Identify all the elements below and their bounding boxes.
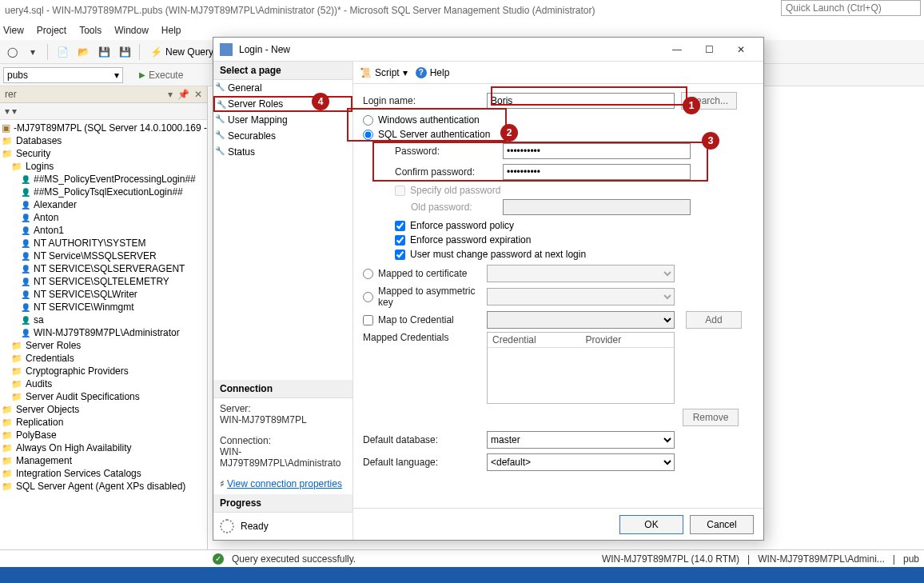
nav-back-icon[interactable]: ◯ [3,43,21,61]
object-explorer-toolbar[interactable]: ▾ ▾ [0,103,207,120]
new-file-icon[interactable]: 📄 [54,43,71,61]
menu-help[interactable]: Help [161,25,181,36]
map-credential-label: Map to Credential [378,314,482,325]
tree-login-item[interactable]: Alexander [0,198,207,211]
tree-folder[interactable]: PolyBase [0,429,207,441]
menu-view[interactable]: View [3,25,24,36]
dropdown-icon[interactable]: ▾ [168,89,173,100]
save-all-icon[interactable]: 💾 [116,43,133,61]
nav-securables[interactable]: Securables [213,128,352,144]
nav-server-roles[interactable]: Server Roles [213,96,352,112]
save-icon[interactable]: 💾 [95,43,113,61]
execute-label: Execute [149,70,183,81]
tree-login-item[interactable]: NT AUTHORITY\SYSTEM [0,237,207,250]
old-password-label: Old password: [363,202,503,213]
tree-login-item[interactable]: NT SERVICE\SQLSERVERAGENT [0,262,207,275]
tree-login-item[interactable]: sa [0,313,207,326]
new-query-button[interactable]: ⚡ New Query [145,45,218,59]
tree-folder[interactable]: Integration Services Catalogs [0,467,207,480]
login-name-label: Login name: [363,95,487,106]
highlight-login-name [491,86,687,106]
tree-login-item[interactable]: ##MS_PolicyTsqlExecutionLogin## [0,186,207,198]
connection-header: Connection [213,380,352,398]
dialog-title: Login - New [239,44,290,55]
dialog-titlebar: Login - New — ☐ ✕ [213,38,763,62]
nav-status[interactable]: Status [213,144,352,160]
tree-folder[interactable]: Server Roles [0,339,207,352]
must-change-label: User must change password at next login [410,249,586,260]
specify-old-password-checkbox [395,186,405,196]
menu-project[interactable]: Project [37,25,66,36]
remove-button[interactable]: Remove [683,409,739,426]
add-button[interactable]: Add [686,311,742,329]
map-credential-checkbox[interactable] [363,315,373,325]
enforce-policy-checkbox[interactable] [395,221,405,231]
map-certificate-label: Mapped to certificate [378,268,482,279]
tree-folder[interactable]: Cryptographic Providers [0,365,207,377]
pin-icon[interactable]: 📌 [177,89,189,100]
tree-folder[interactable]: Server Objects [0,403,207,416]
dialog-icon [220,43,233,56]
execute-button[interactable]: ▶ Execute [133,68,189,82]
tree-folder[interactable]: Credentials [0,352,207,365]
tree-security[interactable]: Security [0,147,207,160]
dialog-toolbar: 📜 Script ▾ ? Help [353,62,763,84]
database-combo-value: pubs [7,70,28,81]
tree-databases[interactable]: Databases [0,134,207,147]
tree-login-item[interactable]: WIN-MJ79T89M7PL\Administrator [0,326,207,339]
view-connection-properties-link[interactable]: View connection properties [227,478,342,489]
tree-server-root[interactable]: -MJ79T89M7PL (SQL Server 14.0.1000.169 -… [0,122,207,134]
ok-button[interactable]: OK [619,515,683,534]
nav-general[interactable]: General [213,80,352,96]
quick-launch-input[interactable] [781,0,921,16]
tree-login-item[interactable]: Anton1 [0,224,207,237]
callout-4: 4 [312,93,329,110]
bottom-accent-bar [0,567,924,583]
cancel-button[interactable]: Cancel [690,515,754,534]
database-combo[interactable]: pubs ▾ [3,67,123,83]
tree-login-item[interactable]: NT SERVICE\SQLWriter [0,288,207,301]
nav-fwd-icon[interactable]: ▾ [24,43,42,61]
certificate-combo [487,265,675,282]
must-change-checkbox[interactable] [395,250,405,260]
default-language-combo[interactable]: <default> [487,453,675,471]
help-icon: ? [416,67,427,78]
tree-folder[interactable]: Always On High Availability [0,441,207,454]
link-icon: ♯ [220,478,225,489]
specify-old-password-label: Specify old password [410,185,500,196]
tree-login-item[interactable]: Anton [0,211,207,224]
minimize-button[interactable]: — [661,39,693,60]
tree-login-item[interactable]: NT SERVICE\Winmgmt [0,301,207,313]
close-icon[interactable]: ✕ [194,89,202,100]
tree-folder[interactable]: Server Audit Specifications [0,390,207,403]
tree-login-item[interactable]: ##MS_PolicyEventProcessingLogin## [0,173,207,186]
tree-login-item[interactable]: NT Service\MSSQLSERVER [0,250,207,262]
tree-logins-folder[interactable]: Logins [0,160,207,173]
highlight-passwords [372,142,708,182]
map-certificate-radio[interactable] [363,269,373,279]
close-button[interactable]: ✕ [725,39,757,60]
tree-folder[interactable]: Replication [0,416,207,429]
credential-combo[interactable] [487,311,675,329]
login-form: 1 2 3 Login name: Search... Windows auth… [353,84,763,508]
tree-login-item[interactable]: NT SERVICE\SQLTELEMETRY [0,275,207,288]
default-database-combo[interactable]: master [487,431,675,449]
maximize-button[interactable]: ☐ [693,39,725,60]
tree-folder[interactable]: SQL Server Agent (Agent XPs disabled) [0,480,207,493]
select-page-header: Select a page [213,62,352,80]
dialog-nav-panel: Select a page General Server Roles User … [213,62,353,540]
open-file-icon[interactable]: 📂 [74,43,92,61]
tree-folder[interactable]: Management [0,454,207,467]
tree-folder[interactable]: Audits [0,377,207,390]
server-value: WIN-MJ79T89M7PL [220,414,346,425]
callout-1: 1 [683,97,700,114]
menu-tools[interactable]: Tools [79,25,102,36]
script-button[interactable]: 📜 Script ▾ [360,67,408,78]
connection-label: Connection: [220,435,346,446]
enforce-expiration-checkbox[interactable] [395,235,405,246]
map-asym-radio[interactable] [363,292,373,302]
menu-window[interactable]: Window [114,25,149,36]
asym-key-combo [487,288,675,305]
help-button[interactable]: ? Help [416,67,450,78]
nav-user-mapping[interactable]: User Mapping [213,112,352,128]
